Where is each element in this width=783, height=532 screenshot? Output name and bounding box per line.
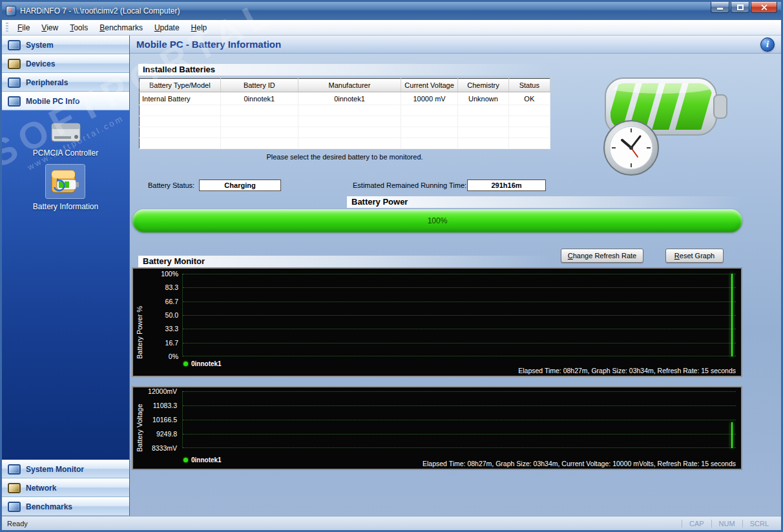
sidebar-item-system[interactable]: System <box>2 36 129 54</box>
sidebar-item-label: Peripherals <box>26 78 68 87</box>
benchmarks-icon <box>8 502 21 512</box>
y-tick: 12000mV <box>147 387 177 395</box>
maximize-icon <box>737 5 744 10</box>
gridline <box>183 302 736 302</box>
column-manufacturer[interactable]: Manufacturer <box>298 79 401 92</box>
minimize-button[interactable] <box>711 2 729 13</box>
column-battery-id[interactable]: Battery ID <box>220 79 298 92</box>
info-icon[interactable]: i <box>760 37 775 52</box>
pcmcia-icon <box>49 119 83 145</box>
sidebar-item-network[interactable]: Network <box>2 478 129 497</box>
battery-power-bar: 100% <box>132 209 742 232</box>
keyboard-indicators: CAP NUM SCRL <box>682 517 776 530</box>
reset-graph-button[interactable]: Reset Graph <box>665 249 724 263</box>
close-button[interactable] <box>751 2 777 13</box>
sidebar-item-label: Mobile PC Info <box>26 97 79 106</box>
battery-voltage-graph: Battery Voltage 12000mV 11083.3 10166.5 … <box>132 386 742 470</box>
gridline <box>183 447 736 448</box>
power-plot-area <box>182 274 736 356</box>
gridline <box>183 391 736 392</box>
sidebar-item-peripherals[interactable]: Peripherals <box>2 73 129 92</box>
gridline <box>183 405 736 406</box>
app-window: HARDiNFO 7 - \\.\root\cimv2 (Local Compu… <box>0 0 783 532</box>
panel-item-battery-info[interactable]: Battery Information <box>33 164 98 211</box>
y-tick: 83.3 <box>149 283 178 291</box>
sidebar-item-label: System <box>26 41 54 50</box>
menu-file[interactable]: File <box>12 21 36 34</box>
peripherals-icon <box>8 77 21 88</box>
y-tick: 33.3 <box>149 325 178 332</box>
gridline <box>183 287 736 288</box>
power-graph-legend: 0innotek1 <box>183 360 222 367</box>
app-icon <box>6 6 16 16</box>
voltage-graph-ylabel: Battery Voltage <box>136 387 143 452</box>
menu-tools[interactable]: Tools <box>64 21 94 34</box>
content-area: Installed Batteries Battery Type/Model B… <box>130 54 781 516</box>
maximize-button[interactable] <box>731 2 749 13</box>
close-icon <box>760 4 767 11</box>
menu-benchmarks[interactable]: Benchmarks <box>94 21 149 34</box>
menu-view[interactable]: View <box>36 21 64 34</box>
remaining-time-value: 291h16m <box>467 179 546 191</box>
system-monitor-icon <box>8 464 21 475</box>
y-tick: 10166.5 <box>147 416 177 424</box>
battery-power-graph: Battery Power % 100% 83.3 66.7 50.0 33.3… <box>132 267 742 377</box>
menu-update[interactable]: Update <box>149 21 185 34</box>
menubar: File View Tools Benchmarks Update Help <box>2 20 781 36</box>
cell-status: OK <box>508 92 550 105</box>
main-area: Mobile PC - Battery Information i Instal… <box>130 36 781 516</box>
gridline <box>183 329 736 329</box>
devices-icon <box>8 59 21 69</box>
sidebar-item-label: Network <box>26 484 56 493</box>
gridline <box>183 343 736 343</box>
gridline <box>183 356 736 356</box>
table-row-empty <box>140 116 550 127</box>
column-chemistry[interactable]: Chemistry <box>458 79 508 92</box>
column-battery-type[interactable]: Battery Type/Model <box>140 79 221 92</box>
menu-help[interactable]: Help <box>185 21 213 34</box>
system-icon <box>8 40 21 50</box>
y-tick: 50.0 <box>149 311 178 319</box>
sidebar-item-benchmarks[interactable]: Benchmarks <box>2 497 129 516</box>
battery-information-icon <box>50 168 80 195</box>
mobile-pc-icon <box>8 96 21 107</box>
minimize-icon <box>717 8 723 10</box>
power-graph-ylabel: Battery Power % <box>136 269 143 359</box>
panel-item-label: Battery Information <box>33 202 98 211</box>
sidebar-item-label: Devices <box>26 59 55 68</box>
y-tick: 9249.8 <box>147 430 177 438</box>
y-tick: 16.7 <box>149 339 178 347</box>
sidebar-item-system-monitor[interactable]: System Monitor <box>2 460 129 478</box>
sidebar-item-devices[interactable]: Devices <box>2 54 129 73</box>
table-row-empty <box>140 127 550 138</box>
category-panel: PCMCIA Controller <box>2 110 129 460</box>
y-tick: 100% <box>149 270 178 278</box>
scroll-indicator: SCRL <box>742 520 776 527</box>
table-row-empty <box>140 138 550 149</box>
page-header: Mobile PC - Battery Information i <box>130 36 781 54</box>
legend-dot-icon <box>183 458 188 462</box>
y-tick: 0% <box>149 353 178 360</box>
table-header-row: Battery Type/Model Battery ID Manufactur… <box>140 79 550 92</box>
battery-select-hint: Please select the desired battery to be … <box>139 153 550 161</box>
sidebar-item-mobile-pc-info[interactable]: Mobile PC Info <box>2 92 129 110</box>
remaining-time-label: Estimated Remained Running Time: <box>353 181 466 189</box>
battery-status-value: Charging <box>199 179 281 191</box>
column-status[interactable]: Status <box>508 79 550 92</box>
window-controls <box>711 2 777 13</box>
caps-indicator: CAP <box>682 520 711 527</box>
titlebar[interactable]: HARDiNFO 7 - \\.\root\cimv2 (Local Compu… <box>2 2 781 20</box>
voltage-plot-area <box>182 391 736 448</box>
voltage-data-line <box>731 422 733 448</box>
change-refresh-rate-button[interactable]: Change Refresh Rate <box>561 249 643 263</box>
selected-highlight <box>45 164 85 199</box>
power-data-line <box>731 274 733 356</box>
window-title: HARDiNFO 7 - \\.\root\cimv2 (Local Compu… <box>20 6 180 15</box>
column-current-voltage[interactable]: Current Voltage <box>401 79 457 92</box>
panel-item-pcmcia[interactable]: PCMCIA Controller <box>33 119 98 158</box>
sidebar-item-label: Benchmarks <box>26 502 72 511</box>
sidebar-item-label: System Monitor <box>26 465 84 474</box>
sidebar: System Devices Peripherals Mobile PC Inf… <box>2 36 130 516</box>
table-row[interactable]: Internal Battery 0innotek1 0innotek1 100… <box>140 92 550 105</box>
status-text: Ready <box>7 520 28 527</box>
